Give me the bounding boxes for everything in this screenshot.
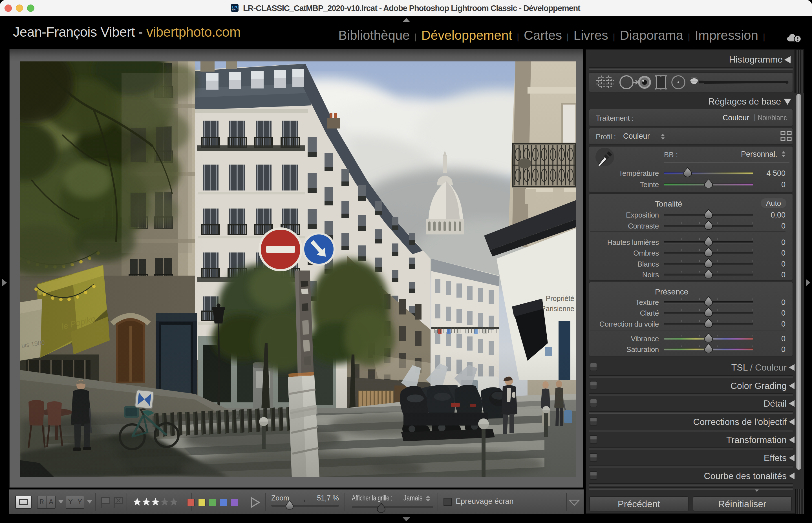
svg-text:Parisienne: Parisienne	[541, 305, 574, 312]
svg-text:Propriété: Propriété	[546, 294, 574, 302]
